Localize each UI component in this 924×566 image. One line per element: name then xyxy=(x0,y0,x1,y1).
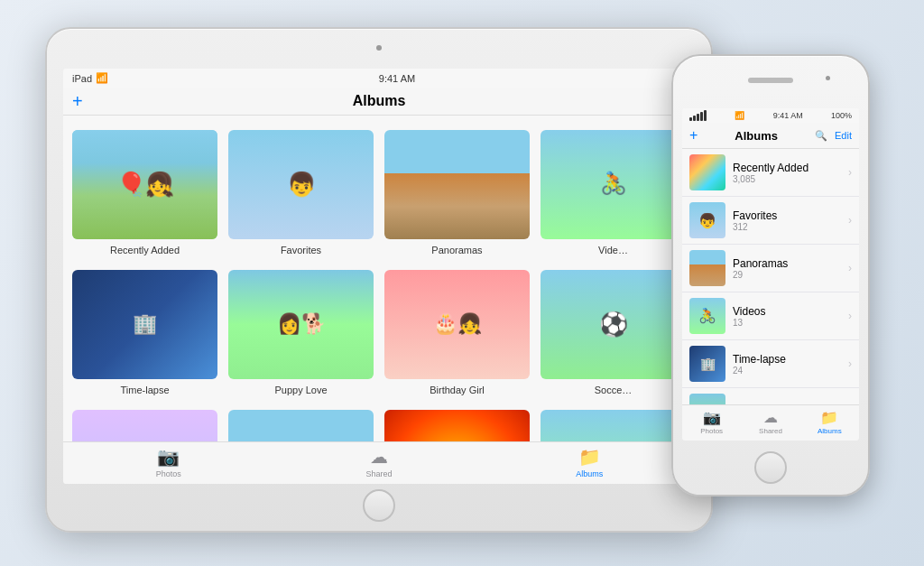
tablet-shared-icon: ☁ xyxy=(370,446,388,468)
tablet-shared-label: Shared xyxy=(365,469,392,478)
phone-photos-label: Photos xyxy=(700,427,723,435)
tablet-thumb-panoramas xyxy=(384,130,530,239)
phone-list-count-videos: 13 xyxy=(733,318,841,328)
phone-list-item-timelapse[interactable]: 🏢 Time-lapse 24 › xyxy=(682,340,859,388)
tablet-home-button[interactable] xyxy=(363,489,395,522)
tablet-album-soccer[interactable]: ⚽ Socce… xyxy=(541,270,686,395)
phone-nav-title: Albums xyxy=(735,129,778,143)
tablet-tab-shared[interactable]: ☁ Shared xyxy=(273,446,484,478)
tablet-tab-bar: 📷 Photos ☁ Shared 📁 Albums xyxy=(63,441,695,484)
tablet-albums-icon: 📁 xyxy=(578,446,601,468)
phone-list-item-puppy[interactable]: 🐕 › xyxy=(682,388,859,404)
tablet-album-label-recently-added: Recently Added xyxy=(110,245,180,255)
phone-list-count-recently-added: 3,085 xyxy=(733,174,841,184)
tablet-album-landscape[interactable] xyxy=(228,410,374,442)
phone-add-button[interactable]: + xyxy=(689,127,698,144)
phone-edit-button[interactable]: Edit xyxy=(835,130,852,142)
phone-tab-albums[interactable]: 📁 Albums xyxy=(800,409,859,435)
phone-thumb-panoramas xyxy=(689,250,725,286)
phone-list-info-videos: Videos 13 xyxy=(733,305,841,328)
phone-home-button[interactable] xyxy=(754,451,787,484)
tablet-thumb-soccer: ⚽ xyxy=(541,270,686,379)
tablet-album-label-panoramas: Panoramas xyxy=(431,245,482,255)
phone-screen: 📶 9:41 AM 100% + Albums 🔍 Edit Recently … xyxy=(682,108,859,441)
tablet-album-label-favorites: Favorites xyxy=(281,245,321,255)
tablet-status-left: iPad 📶 xyxy=(72,72,108,84)
phone-albums-label: Albums xyxy=(818,427,842,435)
signal-bar-3 xyxy=(697,114,699,121)
tablet-album-label-birthday-girl: Birthday Girl xyxy=(430,385,485,395)
phone-tab-photos[interactable]: 📷 Photos xyxy=(682,409,741,435)
phone-nav-actions: 🔍 Edit xyxy=(815,130,852,142)
phone-speaker xyxy=(748,78,793,83)
phone-list-name-favorites: Favorites xyxy=(733,209,841,222)
signal-bar-4 xyxy=(700,112,703,121)
tablet-content: 🎈👧 Recently Added 👦 Favorites xyxy=(63,116,695,441)
tablet-thumb-favorites: 👦 xyxy=(228,130,374,239)
phone-list-info-recently-added: Recently Added 3,085 xyxy=(733,162,841,184)
phone-device: 📶 9:41 AM 100% + Albums 🔍 Edit Recently … xyxy=(671,54,870,496)
signal-bar-5 xyxy=(704,110,707,121)
tablet-album-timelapse[interactable]: 🏢 Time-lapse xyxy=(72,270,217,395)
tablet-album-label-timelapse: Time-lapse xyxy=(121,385,170,395)
tablet-album-favorites[interactable]: 👦 Favorites xyxy=(228,130,374,255)
tablet-thumb-puppy-love: 👩🐕 xyxy=(228,270,374,379)
tablet-album-selfie[interactable]: 🤳 xyxy=(72,410,217,442)
phone-list-item-videos[interactable]: 🚴 Videos 13 › xyxy=(682,292,859,340)
phone-list-name-videos: Videos xyxy=(733,305,841,318)
tablet-thumb-landscape xyxy=(228,410,374,442)
phone-thumb-videos: 🚴 xyxy=(689,298,725,334)
phone-wifi-icon: 📶 xyxy=(735,111,744,120)
tablet-wifi-icon: 📶 xyxy=(96,72,108,84)
tablet-album-videos[interactable]: 🚴 Vide… xyxy=(541,130,686,255)
tablet-nav-title: Albums xyxy=(353,93,406,109)
tablet-tab-albums[interactable]: 📁 Albums xyxy=(485,446,695,478)
tablet-album-birthday-girl[interactable]: 🎂👧 Birthday Girl xyxy=(384,270,530,395)
tablet-album-label-puppy-love: Puppy Love xyxy=(274,385,327,395)
tablet-device: iPad 📶 9:41 AM + Albums 🎈👧 xyxy=(45,27,713,533)
phone-list-item-recently-added[interactable]: Recently Added 3,085 › xyxy=(682,149,859,197)
phone-list-item-panoramas[interactable]: Panoramas 29 › xyxy=(682,245,859,292)
tablet-thumb-timelapse: 🏢 xyxy=(72,270,217,379)
phone-chevron-recently-added: › xyxy=(848,166,852,179)
phone-camera xyxy=(826,76,830,80)
tablet-thumb-flower xyxy=(384,410,530,442)
signal-bar-2 xyxy=(693,116,696,121)
tablet-thumb-videos: 🚴 xyxy=(541,130,686,239)
phone-tab-shared[interactable]: ☁ Shared xyxy=(741,409,799,435)
tablet-thumb-recently-added: 🎈👧 xyxy=(72,130,217,239)
phone-search-button[interactable]: 🔍 xyxy=(815,130,827,142)
phone-list-item-favorites[interactable]: 👦 Favorites 312 › xyxy=(682,197,859,245)
phone-list-info-panoramas: Panoramas 29 xyxy=(733,257,841,280)
tablet-albums-label: Albums xyxy=(576,469,603,478)
phone-thumb-puppy: 🐕 xyxy=(689,394,725,404)
tablet-screen: iPad 📶 9:41 AM + Albums 🎈👧 xyxy=(63,69,695,484)
tablet-album-family[interactable]: 👨‍👩‍👧 xyxy=(541,410,686,442)
phone-albums-icon: 📁 xyxy=(820,409,838,426)
tablet-carrier: iPad xyxy=(72,73,92,84)
phone-nav-bar: + Albums 🔍 Edit xyxy=(682,123,859,149)
tablet-thumb-selfie: 🤳 xyxy=(72,410,217,442)
phone-list-name-panoramas: Panoramas xyxy=(733,257,841,270)
phone-thumb-timelapse: 🏢 xyxy=(689,346,725,382)
tablet-album-puppy-love[interactable]: 👩🐕 Puppy Love xyxy=(228,270,374,395)
phone-tab-bar: 📷 Photos ☁ Shared 📁 Albums xyxy=(682,404,859,441)
tablet-nav-bar: + Albums xyxy=(63,88,695,116)
tablet-album-flower[interactable] xyxy=(384,410,530,442)
phone-shared-label: Shared xyxy=(759,427,782,435)
phone-list-info-favorites: Favorites 312 xyxy=(733,209,841,232)
phone-list-name-recently-added: Recently Added xyxy=(733,162,841,174)
phone-thumb-favorites: 👦 xyxy=(689,202,725,238)
tablet-album-panoramas[interactable]: Panoramas xyxy=(384,130,530,255)
phone-status-bar: 📶 9:41 AM 100% xyxy=(682,108,859,123)
phone-album-list: Recently Added 3,085 › 👦 Favorites 312 › xyxy=(682,149,859,404)
tablet-camera xyxy=(376,45,382,51)
phone-list-count-panoramas: 29 xyxy=(733,270,841,280)
tablet-thumb-birthday-girl: 🎂👧 xyxy=(384,270,530,379)
tablet-album-label-soccer: Socce… xyxy=(595,385,633,395)
tablet-add-button[interactable]: + xyxy=(72,91,83,112)
tablet-thumb-family: 👨‍👩‍👧 xyxy=(541,410,686,442)
tablet-tab-photos[interactable]: 📷 Photos xyxy=(63,446,273,478)
tablet-photos-label: Photos xyxy=(156,469,181,478)
tablet-album-recently-added[interactable]: 🎈👧 Recently Added xyxy=(72,130,217,255)
